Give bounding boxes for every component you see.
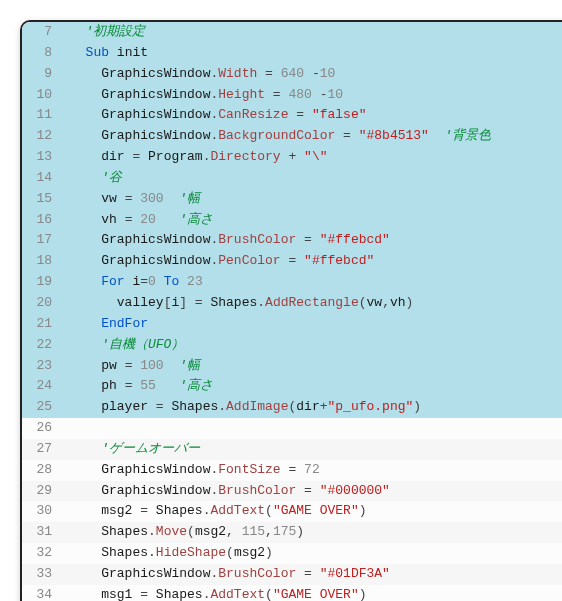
token-comment: '幅 — [179, 191, 200, 206]
token-ident: GraphicsWindow — [101, 566, 210, 581]
token-ident: Shapes — [210, 295, 257, 310]
token-num: 300 — [140, 191, 163, 206]
line-number: 7 — [22, 23, 64, 42]
token-num: 0 — [148, 274, 156, 289]
token-op: = — [117, 212, 140, 227]
code-content: GraphicsWindow.PenColor = "#ffebcd" — [70, 252, 562, 271]
token-str: "#ffebcd" — [304, 253, 374, 268]
token-keyword: EndFor — [101, 316, 148, 331]
token-comment: '高さ — [179, 378, 213, 393]
code-content: vw = 300 '幅 — [70, 190, 562, 209]
token-ident: dir — [101, 149, 124, 164]
token-str: "p_ufo.png" — [328, 399, 414, 414]
line-number: 12 — [22, 127, 64, 146]
line-number: 34 — [22, 586, 64, 601]
token-ident: vw — [101, 191, 117, 206]
token-ident: init — [117, 45, 148, 60]
token-ident: GraphicsWindow — [101, 66, 210, 81]
token-ident: Shapes — [156, 587, 203, 601]
code-line: 30 msg2 = Shapes.AddText("GAME OVER") — [22, 501, 562, 522]
token-prop: BrushColor — [218, 232, 296, 247]
line-number: 20 — [22, 294, 64, 313]
token-keyword: Sub — [86, 45, 117, 60]
token-op: = — [281, 253, 304, 268]
token-op: ) — [406, 295, 414, 310]
token-comment: 'ゲームオーバー — [101, 441, 200, 456]
line-number: 24 — [22, 377, 64, 396]
token-keyword: To — [156, 274, 187, 289]
token-comment: '背景色 — [445, 128, 492, 143]
code-content: GraphicsWindow.BrushColor = "#ffebcd" — [70, 231, 562, 250]
token-op: ) — [413, 399, 421, 414]
line-number: 26 — [22, 419, 64, 438]
code-content: '谷 — [70, 169, 562, 188]
token-str: "#ffebcd" — [320, 232, 390, 247]
code-line: 9 GraphicsWindow.Width = 640 -10 — [22, 64, 562, 85]
code-line: 29 GraphicsWindow.BrushColor = "#000000" — [22, 481, 562, 502]
token-ident: msg1 — [101, 587, 132, 601]
line-number: 11 — [22, 106, 64, 125]
code-content: GraphicsWindow.FontSize = 72 — [70, 461, 562, 480]
token-str: "false" — [312, 107, 367, 122]
code-line: 27 'ゲームオーバー — [22, 439, 562, 460]
token-ident: GraphicsWindow — [101, 232, 210, 247]
token-op: ) — [359, 587, 367, 601]
token-op — [164, 191, 180, 206]
line-number: 17 — [22, 231, 64, 250]
token-op: = — [132, 503, 155, 518]
code-line: 10 GraphicsWindow.Height = 480 -10 — [22, 85, 562, 106]
code-line: 21 EndFor — [22, 314, 562, 335]
token-ident: valley — [117, 295, 164, 310]
token-op: = — [296, 483, 319, 498]
token-op: . — [148, 524, 156, 539]
token-prop: BackgroundColor — [218, 128, 335, 143]
code-line: 25 player = Shapes.AddImage(dir+"p_ufo.p… — [22, 397, 562, 418]
token-ident: player — [101, 399, 148, 414]
token-op: ( — [265, 503, 273, 518]
token-prop: HideShape — [156, 545, 226, 560]
token-ident: vh — [390, 295, 406, 310]
token-op — [164, 358, 180, 373]
token-op: ) — [265, 545, 273, 560]
token-prop: AddImage — [226, 399, 288, 414]
token-op — [429, 128, 445, 143]
token-num: 640 — [281, 66, 304, 81]
line-number: 25 — [22, 398, 64, 417]
code-block: 7 '初期設定8 Sub init9 GraphicsWindow.Width … — [20, 20, 562, 601]
token-op: , — [382, 295, 390, 310]
token-prop: BrushColor — [218, 566, 296, 581]
token-comment: '谷 — [101, 170, 122, 185]
code-content: vh = 20 '高さ — [70, 211, 562, 230]
token-ident: GraphicsWindow — [101, 253, 210, 268]
token-num: 10 — [327, 87, 343, 102]
code-content: msg2 = Shapes.AddText("GAME OVER") — [70, 502, 562, 521]
code-line: 16 vh = 20 '高さ — [22, 210, 562, 231]
code-content: ph = 55 '高さ — [70, 377, 562, 396]
line-number: 32 — [22, 544, 64, 563]
token-comment: '自機（UFO） — [101, 337, 184, 352]
code-content: GraphicsWindow.CanResize = "false" — [70, 106, 562, 125]
line-number: 27 — [22, 440, 64, 459]
code-content: '自機（UFO） — [70, 336, 562, 355]
token-op: , — [265, 524, 273, 539]
code-content: Sub init — [70, 44, 562, 63]
token-num: 72 — [304, 462, 320, 477]
token-ident: msg2 — [101, 503, 132, 518]
code-content: msg1 = Shapes.AddText("GAME OVER") — [70, 586, 562, 601]
line-number: 16 — [22, 211, 64, 230]
line-number: 22 — [22, 336, 64, 355]
token-op: , — [226, 524, 242, 539]
token-op: = — [281, 462, 304, 477]
token-ident: dir — [296, 399, 319, 414]
token-op: ] — [179, 295, 187, 310]
token-prop: AddText — [210, 587, 265, 601]
token-ident: pw — [101, 358, 117, 373]
token-prop: BrushColor — [218, 483, 296, 498]
code-line: 18 GraphicsWindow.PenColor = "#ffebcd" — [22, 251, 562, 272]
code-line: 7 '初期設定 — [22, 22, 562, 43]
code-line: 22 '自機（UFO） — [22, 335, 562, 356]
token-ident: Shapes — [101, 524, 148, 539]
token-op: . — [218, 399, 226, 414]
line-number: 29 — [22, 482, 64, 501]
token-ident: ph — [101, 378, 117, 393]
